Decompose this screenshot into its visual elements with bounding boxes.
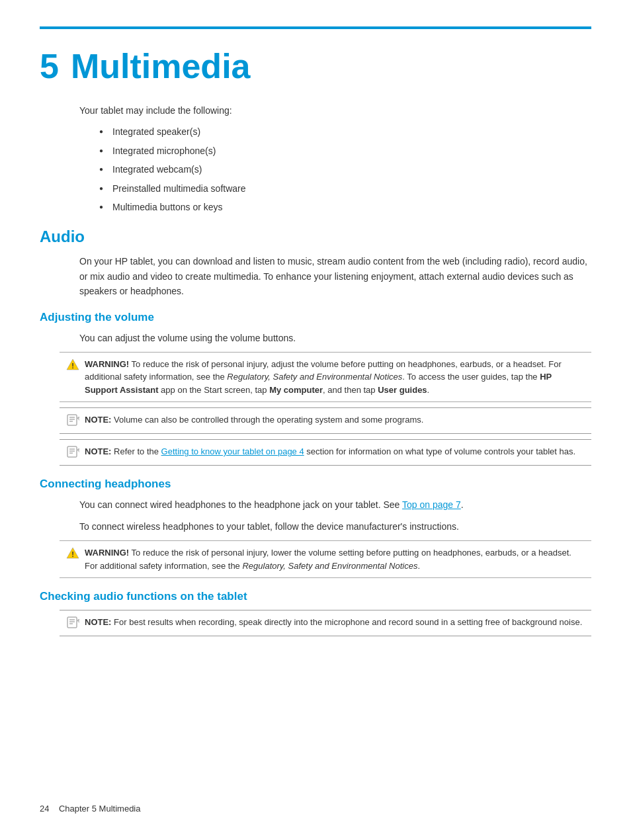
bullet-list: Integrated speaker(s) Integrated microph…: [99, 124, 591, 214]
note-content-1: NOTE: Volume can also be controlled thro…: [85, 413, 423, 427]
svg-text:!: !: [71, 362, 74, 370]
note-text-2b: section for information on what type of …: [304, 446, 575, 456]
note-icon-1: ✎: [66, 414, 79, 428]
list-item: Preinstalled multimedia software: [99, 181, 591, 196]
note-text-1: Volume can also be controlled through th…: [111, 415, 423, 425]
audio-body: On your HP tablet, you can download and …: [79, 254, 591, 298]
chapter-title: Multimedia: [71, 49, 251, 83]
note-box-3: ✎ NOTE: For best results when recording,…: [60, 610, 591, 636]
warning-text-1d: , and then tap: [323, 385, 378, 395]
connecting-headphones-heading: Connecting headphones: [40, 478, 591, 491]
note-box-1: ✎ NOTE: Volume can also be controlled th…: [60, 407, 591, 434]
page: 5 Multimedia Your tablet may include the…: [0, 0, 631, 840]
note-text-2a: Refer to the: [111, 446, 161, 456]
list-item: Integrated webcam(s): [99, 162, 591, 177]
svg-rect-2: [67, 415, 77, 425]
warning-icon-2: !: [66, 547, 79, 561]
warning-icon: !: [66, 358, 79, 372]
intro-text: Your tablet may include the following:: [79, 103, 591, 118]
list-item: Integrated speaker(s): [99, 124, 591, 139]
note-label-1: NOTE:: [85, 415, 111, 425]
svg-rect-7: [67, 446, 77, 457]
footer-page-number: 24: [40, 804, 49, 814]
warning-text-1b: . To access the user guides, tap the: [402, 372, 540, 382]
warning-content-1: WARNING! To reduce the risk of personal …: [85, 358, 585, 397]
chapter-number: 5: [40, 49, 59, 83]
svg-text:!: !: [71, 550, 74, 558]
svg-text:✎: ✎: [77, 618, 79, 626]
connecting-text-1b: .: [461, 499, 464, 510]
warning-box-2: ! WARNING! To reduce the risk of persona…: [60, 540, 591, 578]
connecting-link-1[interactable]: Top on page 7: [402, 499, 461, 510]
warning-text-2b: .: [417, 561, 420, 571]
note-label-2: NOTE:: [85, 446, 111, 456]
svg-text:✎: ✎: [77, 415, 79, 423]
warning-bold-2: My computer: [269, 385, 323, 395]
note-link-2[interactable]: Getting to know your tablet on page 4: [161, 446, 304, 456]
note-text-3: For best results when recording, speak d…: [111, 617, 582, 627]
warning-box-1: ! WARNING! To reduce the risk of persona…: [60, 352, 591, 403]
note-box-2: ✎ NOTE: Refer to the Getting to know you…: [60, 439, 591, 466]
warning-content-2: WARNING! To reduce the risk of personal …: [85, 546, 585, 572]
warning-label-2: WARNING!: [85, 548, 129, 558]
adjusting-volume-heading: Adjusting the volume: [40, 311, 591, 324]
audio-heading: Audio: [40, 228, 591, 246]
list-item: Integrated microphone(s): [99, 144, 591, 158]
footer-chapter-ref: Chapter 5 Multimedia: [59, 804, 141, 814]
connecting-body-1: You can connect wired headphones to the …: [79, 497, 591, 512]
note-content-3: NOTE: For best results when recording, s…: [85, 616, 582, 629]
adjusting-volume-body: You can adjust the volume using the volu…: [79, 331, 591, 345]
warning-italic-1: Regulatory, Safety and Environmental Not…: [227, 372, 402, 382]
note-icon-2: ✎: [66, 446, 79, 460]
page-footer: 24 Chapter 5 Multimedia: [40, 804, 140, 814]
warning-label-1: WARNING!: [85, 359, 129, 369]
svg-rect-14: [67, 617, 77, 628]
connecting-text-1a: You can connect wired headphones to the …: [79, 499, 402, 510]
svg-text:✎: ✎: [77, 447, 79, 455]
note-content-2: NOTE: Refer to the Getting to know your …: [85, 445, 575, 458]
top-border: [40, 26, 591, 29]
note-icon-3: ✎: [66, 616, 79, 630]
checking-audio-heading: Checking audio functions on the tablet: [40, 590, 591, 603]
connecting-body-2: To connect wireless headphones to your t…: [79, 519, 591, 534]
chapter-header: 5 Multimedia: [40, 49, 591, 83]
note-label-3: NOTE:: [85, 617, 111, 627]
warning-text-1e: .: [427, 385, 430, 395]
list-item: Multimedia buttons or keys: [99, 200, 591, 214]
warning-italic-2: Regulatory, Safety and Environmental Not…: [242, 561, 417, 571]
warning-bold-3: User guides: [378, 385, 427, 395]
warning-text-1c: app on the Start screen, tap: [158, 385, 269, 395]
